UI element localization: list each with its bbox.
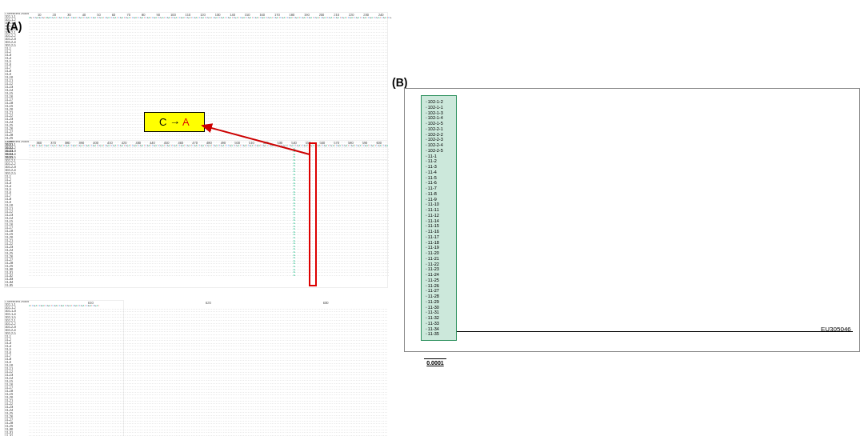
phylo-leaf: 11-19 — [426, 245, 455, 250]
phylo-leaf: 11-8 — [426, 191, 455, 197]
scale-bar-label: 0.0001 — [426, 360, 443, 366]
phylo-leaf: 11-2 — [426, 158, 455, 164]
phylo-leaf: 11-35 — [426, 331, 455, 337]
phylo-leaf: 102-1-3 — [426, 110, 455, 116]
alignment-rows-2: CTGATCGATCGATCGATCGATCGATCGATCGATCGATCGA… — [29, 145, 390, 277]
mutation-to: A — [182, 116, 190, 128]
phylo-leaf: 11-15 — [426, 223, 455, 229]
seq-label-column: C.tumefaciens JN580666102-1-1102-1-2102-… — [5, 141, 29, 287]
scale-bar-line — [424, 358, 446, 359]
phylo-leaf: 11-16 — [426, 229, 455, 234]
phylo-leaf: 11-11 — [426, 207, 455, 213]
phylo-leaf: 11-28 — [426, 294, 455, 299]
panel-b-label: (B) — [392, 76, 407, 89]
phylo-leaf: 11-6 — [426, 180, 455, 186]
phylo-leaf: 102-1-2 — [426, 99, 455, 105]
phylo-leaf: 11-10 — [426, 202, 455, 207]
phylo-scale-bar: 0.0001 — [424, 358, 446, 366]
seq-label-column: C.tumefaciens JN580666102-1-1102-1-2102-… — [5, 13, 29, 159]
phylo-leaf: 102-1-4 — [426, 115, 455, 121]
phylo-leaf: 11-14 — [426, 218, 455, 224]
phylo-leaf: 11-24 — [426, 272, 455, 278]
phylo-leaf: 11-26 — [426, 283, 455, 289]
phylo-leaf: 11-33 — [426, 321, 455, 326]
phylo-leaf: 11-5 — [426, 175, 455, 181]
phylo-leaf: 102-2-1 — [426, 126, 455, 132]
alignment-rows-3: ATCGATCGATCGATCGATCGATCGATCGATCGATCGATCG… — [29, 305, 388, 436]
phylo-leaf: 102-2-2 — [426, 132, 455, 138]
phylo-leaf: 11-17 — [426, 234, 455, 240]
alignment-block-2: C.tumefaciens JN580666102-1-1102-1-2102-… — [4, 140, 388, 288]
phylo-leaf: 11-34 — [426, 326, 455, 332]
mutation-from: C — [159, 116, 166, 128]
phylo-leaf: 11-18 — [426, 240, 455, 246]
phylo-leaf: 11-1 — [426, 154, 455, 159]
phylo-leaf: 11-9 — [426, 197, 455, 202]
phylo-leaf: 102-2-3 — [426, 137, 455, 142]
phylo-leaf: 11-32 — [426, 315, 455, 321]
phylo-outgroup-label: EU305046 — [821, 326, 851, 333]
phylo-leaf: 11-31 — [426, 310, 455, 315]
phylo-leaf: 11-4 — [426, 170, 455, 175]
phylo-leaf: 102-1-1 — [426, 105, 455, 110]
phylo-leaf: 11-29 — [426, 299, 455, 305]
phylo-tree-panel: 102-1-2102-1-1102-1-3102-1-4102-1-5102-2… — [404, 88, 860, 352]
phylo-leaf: 11-21 — [426, 256, 455, 262]
phylo-leaf: 11-22 — [426, 262, 455, 267]
alignment-block-1: C.tumefaciens JN580666102-1-1102-1-2102-… — [4, 12, 388, 160]
phylo-leaf: 11-20 — [426, 250, 455, 256]
mutation-callout: C → A — [144, 112, 205, 132]
phylo-leaf: 102-1-5 — [426, 121, 455, 126]
phylo-leaf: 11-27 — [426, 288, 455, 294]
phylo-clade-box: 102-1-2102-1-1102-1-3102-1-4102-1-5102-2… — [421, 95, 457, 341]
phylo-leaf: 11-30 — [426, 305, 455, 310]
phylo-leaf: 11-23 — [426, 266, 455, 272]
phylo-leaf: 11-12 — [426, 213, 455, 218]
mutation-arrow-glyph: → — [170, 116, 180, 128]
phylo-leaf: 102-2-4 — [426, 142, 455, 148]
phylo-leaf: 102-2-5 — [426, 148, 455, 154]
seq-label-column: C.tumefaciens JN580666102-1-1102-1-2102-… — [5, 301, 29, 436]
phylo-leaf: 11-3 — [426, 164, 455, 170]
phylo-branch-outgroup — [457, 331, 853, 332]
phylo-leaf: 11-7 — [426, 186, 455, 191]
alignment-rows-1: AGTCGAGCGTAGACGATCGATCGATCGATCGATCGATCGA… — [29, 17, 392, 149]
alignment-block-3: C.tumefaciens JN580666102-1-1102-1-2102-… — [4, 300, 124, 436]
phylo-leaf: 11-25 — [426, 278, 455, 283]
